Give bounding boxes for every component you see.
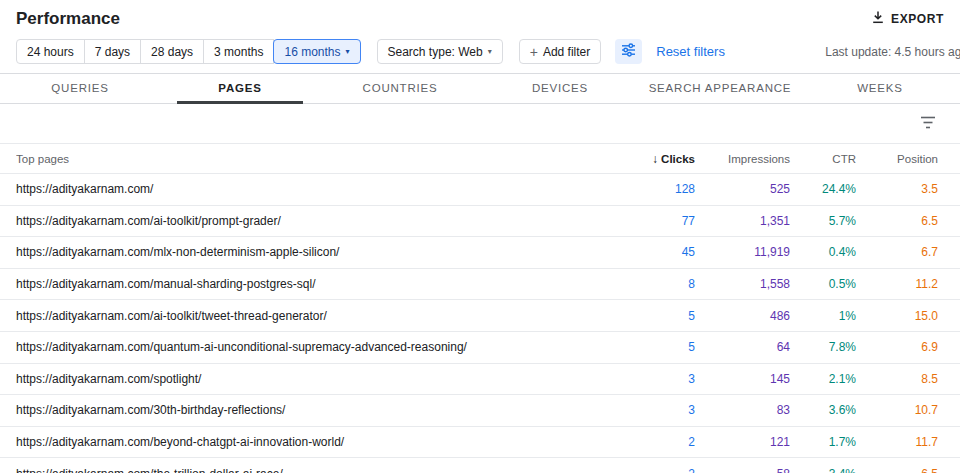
- header-top-pages[interactable]: Top pages: [16, 153, 585, 165]
- position-value: 6.9: [856, 340, 938, 354]
- dimension-tabs: QUERIES PAGES COUNTRIES DEVICES SEARCH A…: [0, 74, 960, 104]
- ctr-value: 0.5%: [790, 277, 856, 291]
- last-update-text: Last update: 4.5 hours ago: [825, 45, 960, 59]
- table-row[interactable]: https://adityakarnam.com/30th-birthday-r…: [0, 395, 960, 427]
- page-url[interactable]: https://adityakarnam.com/quantum-ai-unco…: [16, 340, 585, 354]
- position-value: 10.7: [856, 403, 938, 417]
- position-value: 6.7: [856, 245, 938, 259]
- impressions-value: 83: [695, 403, 790, 417]
- clicks-value: 2: [585, 435, 695, 449]
- clicks-value: 45: [585, 245, 695, 259]
- position-value: 3.5: [856, 182, 938, 196]
- impressions-value: 64: [695, 340, 790, 354]
- tune-sliders-icon: [621, 43, 636, 60]
- download-icon: [871, 10, 885, 27]
- compare-filters-button[interactable]: [615, 39, 642, 64]
- chevron-down-icon: ▾: [488, 48, 492, 56]
- clicks-value: 2: [585, 467, 695, 473]
- tab-pages[interactable]: PAGES: [160, 74, 320, 103]
- ctr-value: 5.7%: [790, 214, 856, 228]
- tab-queries[interactable]: QUERIES: [0, 74, 160, 103]
- ctr-value: 24.4%: [790, 182, 856, 196]
- filter-bar: 24 hours 7 days 28 days 3 months 16 mont…: [0, 37, 960, 74]
- page-url[interactable]: https://adityakarnam.com/ai-toolkit/twee…: [16, 309, 585, 323]
- add-filter-chip[interactable]: + Add filter: [519, 39, 602, 64]
- tab-countries[interactable]: COUNTRIES: [320, 74, 480, 103]
- position-value: 15.0: [856, 309, 938, 323]
- clicks-value: 5: [585, 309, 695, 323]
- ctr-value: 0.4%: [790, 245, 856, 259]
- table-row[interactable]: https://adityakarnam.com/manual-sharding…: [0, 269, 960, 301]
- clicks-value: 128: [585, 182, 695, 196]
- header-impressions[interactable]: Impressions: [695, 153, 790, 165]
- impressions-value: 1,351: [695, 214, 790, 228]
- clicks-value: 3: [585, 372, 695, 386]
- filter-table-button[interactable]: [920, 116, 936, 132]
- clicks-value: 5: [585, 340, 695, 354]
- page-url[interactable]: https://adityakarnam.com/manual-sharding…: [16, 277, 585, 291]
- date-range-group: 24 hours 7 days 28 days 3 months 16 mont…: [16, 39, 361, 64]
- date-chip-28-days[interactable]: 28 days: [140, 39, 204, 64]
- page-url[interactable]: https://adityakarnam.com/ai-toolkit/prom…: [16, 214, 585, 228]
- position-value: 11.7: [856, 435, 938, 449]
- impressions-value: 145: [695, 372, 790, 386]
- impressions-value: 486: [695, 309, 790, 323]
- clicks-value: 8: [585, 277, 695, 291]
- ctr-value: 7.8%: [790, 340, 856, 354]
- table-body: https://adityakarnam.com/ 128 525 24.4% …: [0, 174, 960, 473]
- page-url[interactable]: https://adityakarnam.com/spotlight/: [16, 372, 585, 386]
- page-title: Performance: [16, 9, 120, 29]
- impressions-value: 11,919: [695, 245, 790, 259]
- ctr-value: 1.7%: [790, 435, 856, 449]
- clicks-value: 3: [585, 403, 695, 417]
- search-type-chip[interactable]: Search type: Web ▾: [377, 39, 503, 64]
- date-chip-7-days[interactable]: 7 days: [84, 39, 141, 64]
- table-toolbar: [0, 104, 960, 144]
- filter-list-icon: [920, 116, 936, 132]
- date-chip-24-hours[interactable]: 24 hours: [16, 39, 85, 64]
- impressions-value: 121: [695, 435, 790, 449]
- tab-search-appearance[interactable]: SEARCH APPEARANCE: [640, 74, 800, 103]
- tab-devices[interactable]: DEVICES: [480, 74, 640, 103]
- page-url[interactable]: https://adityakarnam.com/30th-birthday-r…: [16, 403, 585, 417]
- impressions-value: 1,558: [695, 277, 790, 291]
- position-value: 11.2: [856, 277, 938, 291]
- page-url[interactable]: https://adityakarnam.com/: [16, 182, 585, 196]
- page-url[interactable]: https://adityakarnam.com/the-trillion-do…: [16, 467, 585, 473]
- header-ctr[interactable]: CTR: [790, 153, 856, 165]
- table-row[interactable]: https://adityakarnam.com/ai-toolkit/twee…: [0, 300, 960, 332]
- position-value: 8.5: [856, 372, 938, 386]
- table-row[interactable]: https://adityakarnam.com/beyond-chatgpt-…: [0, 427, 960, 459]
- export-label: EXPORT: [891, 12, 944, 26]
- date-chip-16-months[interactable]: 16 months ▾: [273, 39, 360, 64]
- date-chip-3-months[interactable]: 3 months: [203, 39, 274, 64]
- tab-weeks[interactable]: WEEKS: [800, 74, 960, 103]
- table-row[interactable]: https://adityakarnam.com/quantum-ai-unco…: [0, 332, 960, 364]
- export-button[interactable]: EXPORT: [871, 10, 944, 27]
- impressions-value: 58: [695, 467, 790, 473]
- header-position[interactable]: Position: [856, 153, 938, 165]
- ctr-value: 2.1%: [790, 372, 856, 386]
- chevron-down-icon: ▾: [346, 48, 350, 56]
- table-row[interactable]: https://adityakarnam.com/mlx-non-determi…: [0, 237, 960, 269]
- table-row[interactable]: https://adityakarnam.com/ai-toolkit/prom…: [0, 206, 960, 238]
- table-row[interactable]: https://adityakarnam.com/spotlight/ 3 14…: [0, 364, 960, 396]
- position-value: 6.5: [856, 467, 938, 473]
- ctr-value: 3.4%: [790, 467, 856, 473]
- clicks-value: 77: [585, 214, 695, 228]
- reset-filters-link[interactable]: Reset filters: [656, 44, 725, 59]
- top-bar: Performance EXPORT: [0, 0, 960, 37]
- page-url[interactable]: https://adityakarnam.com/beyond-chatgpt-…: [16, 435, 585, 449]
- table-row[interactable]: https://adityakarnam.com/ 128 525 24.4% …: [0, 174, 960, 206]
- ctr-value: 3.6%: [790, 403, 856, 417]
- page-url[interactable]: https://adityakarnam.com/mlx-non-determi…: [16, 245, 585, 259]
- impressions-value: 525: [695, 182, 790, 196]
- header-clicks[interactable]: ↓ Clicks: [585, 152, 695, 166]
- ctr-value: 1%: [790, 309, 856, 323]
- table-header: Top pages ↓ Clicks Impressions CTR Posit…: [0, 144, 960, 174]
- table-row[interactable]: https://adityakarnam.com/the-trillion-do…: [0, 458, 960, 473]
- position-value: 6.5: [856, 214, 938, 228]
- sort-desc-icon: ↓: [652, 152, 658, 166]
- plus-icon: +: [530, 45, 538, 59]
